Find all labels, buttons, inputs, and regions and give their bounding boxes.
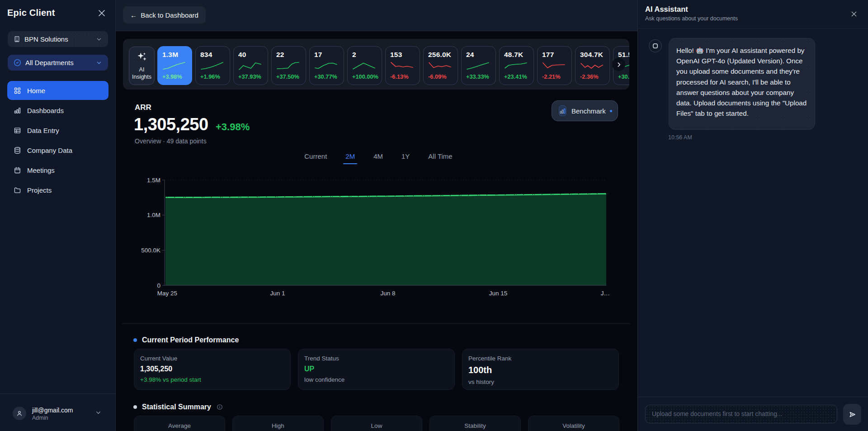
- svg-text:Jun 15: Jun 15: [489, 290, 508, 297]
- svg-text:May 25: May 25: [157, 290, 177, 297]
- svg-text:500.0K: 500.0K: [141, 247, 160, 254]
- svg-text:0: 0: [157, 282, 160, 289]
- svg-text:1.0M: 1.0M: [147, 212, 160, 218]
- svg-text:Jun 1: Jun 1: [270, 290, 285, 297]
- svg-text:1.5M: 1.5M: [147, 177, 160, 184]
- svg-text:Jun 8: Jun 8: [380, 290, 395, 297]
- svg-text:J…: J…: [601, 290, 610, 297]
